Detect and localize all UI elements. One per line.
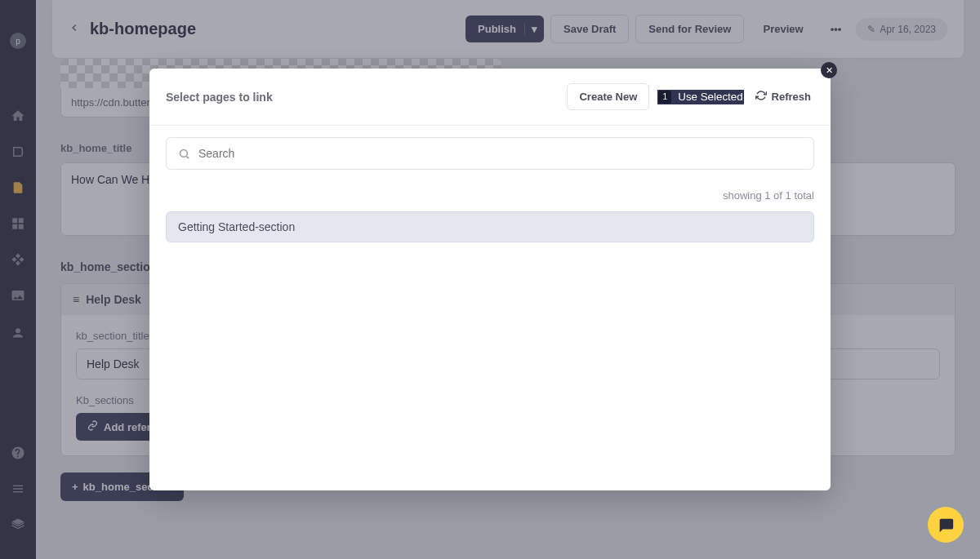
chat-widget[interactable] (928, 507, 964, 543)
svg-point-0 (180, 149, 188, 157)
modal-header: Select pages to link Create New 1 Use Se… (149, 69, 831, 126)
close-icon[interactable]: ✕ (821, 62, 837, 78)
result-item[interactable]: Getting Started-section (166, 211, 814, 242)
use-selected-button[interactable]: 1 Use Selected (657, 90, 743, 104)
modal-overlay[interactable]: ✕ Select pages to link Create New 1 Use … (0, 0, 980, 559)
modal-title: Select pages to link (166, 91, 559, 104)
create-new-button[interactable]: Create New (567, 83, 649, 110)
refresh-button[interactable]: Refresh (752, 83, 814, 110)
chat-icon (937, 516, 955, 534)
refresh-icon (755, 90, 767, 104)
modal: ✕ Select pages to link Create New 1 Use … (149, 69, 831, 490)
results-count: showing 1 of 1 total (166, 189, 814, 202)
selected-count-badge: 1 (658, 91, 671, 104)
search-input[interactable] (190, 139, 802, 168)
search-icon (178, 148, 190, 160)
search-input-wrap (166, 137, 814, 170)
